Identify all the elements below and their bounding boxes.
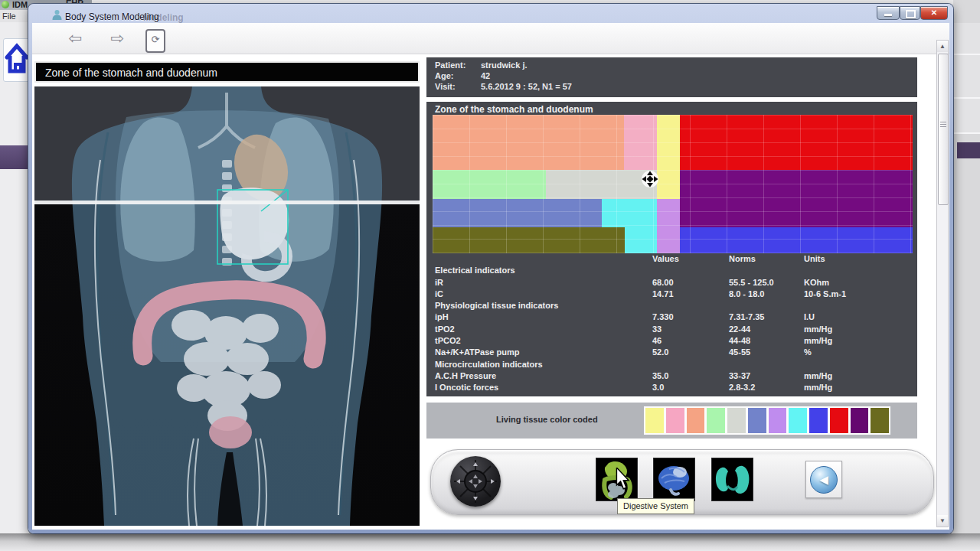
digestive-system-button[interactable] <box>596 458 638 501</box>
back-button[interactable]: ◀ <box>805 461 842 498</box>
indicator-row: ipH7.3307.31-7.35I.U <box>426 311 917 323</box>
zone-map-cell[interactable] <box>624 115 657 170</box>
slice-plane-line <box>34 201 420 204</box>
scrollbar-grip <box>940 122 946 127</box>
zone-map-cell[interactable] <box>433 199 602 227</box>
zone-map-cell[interactable] <box>657 170 680 199</box>
patient-age: 42 <box>481 71 490 80</box>
zone-map-cell[interactable] <box>680 227 913 253</box>
desktop-bottom-strip <box>0 533 980 551</box>
legend-swatch[interactable] <box>871 408 889 433</box>
zone-map-cell[interactable] <box>680 170 913 227</box>
legend-swatch[interactable] <box>687 408 705 433</box>
zone-color-map[interactable] <box>433 115 913 253</box>
legend-swatch[interactable] <box>851 408 869 433</box>
maximize-icon <box>906 10 916 18</box>
zone-map-cell[interactable] <box>625 227 657 253</box>
zone-map-cell[interactable] <box>657 115 680 170</box>
indicator-row: iC14.718.0 - 18.010-6 S.m-1 <box>426 289 917 300</box>
bladder <box>209 416 252 448</box>
minimize-icon <box>884 14 892 16</box>
kidneys-button[interactable] <box>711 458 753 501</box>
close-button[interactable]: ✕ <box>920 6 948 20</box>
zone-title: Zone of the stomach and duodenum <box>435 104 593 115</box>
scrollbar-down-arrow[interactable]: ▼ <box>937 515 948 527</box>
zone-map-cell[interactable] <box>546 170 657 199</box>
legend-swatch[interactable] <box>809 408 828 433</box>
background-row <box>953 99 980 134</box>
legend-label: Living tissue color coded <box>496 415 598 424</box>
legend-bar: Living tissue color coded <box>426 403 917 439</box>
zone-map-cell[interactable] <box>680 115 913 170</box>
zone-map-cell[interactable] <box>657 227 680 253</box>
patient-name: strudwick j. <box>481 60 528 70</box>
forward-nav-button[interactable]: ⇨ <box>106 29 129 49</box>
maximize-button[interactable] <box>900 6 920 20</box>
brain-icon <box>654 458 694 500</box>
body-model <box>34 86 420 526</box>
home-icon <box>4 39 30 80</box>
indicator-section-row: Physiological tissue indicators <box>426 300 917 311</box>
indicator-row: Na+/K+ATPase pump52.045-55% <box>426 347 917 358</box>
digestive-system-icon <box>596 458 637 500</box>
zone-map-cell[interactable] <box>433 170 546 199</box>
visit-value: 5.6.2012 9 : 52, N1 = 57 <box>481 82 572 91</box>
refresh-button[interactable]: ⟳ <box>145 29 165 53</box>
background-row <box>953 55 980 99</box>
brain-button[interactable] <box>653 458 695 501</box>
file-menu[interactable]: File <box>2 11 16 21</box>
legend-swatch[interactable] <box>830 408 848 433</box>
background-row <box>953 23 980 55</box>
legend-swatch[interactable] <box>666 408 684 433</box>
vertical-scrollbar[interactable]: ▲ ▼ <box>936 40 949 527</box>
legend-swatch[interactable] <box>748 408 766 433</box>
background-window-left <box>0 0 31 551</box>
indicator-section-row: Microcirculation indicators <box>426 359 917 370</box>
back-icon: ◀ <box>810 466 838 494</box>
left-panel-title-bar: Zone of the stomach and duodenum <box>34 61 420 83</box>
scrollbar-thumb[interactable] <box>938 54 949 205</box>
left-panel-title: Zone of the stomach and duodenum <box>45 67 217 79</box>
indicator-row: tPCO24644-48mm/Hg <box>426 335 917 347</box>
background-app-title: IDM <box>12 0 28 9</box>
rotation-joystick[interactable] <box>450 456 501 507</box>
zone-map-cell[interactable] <box>657 199 680 227</box>
back-nav-button[interactable]: ⇦ <box>64 29 87 49</box>
joystick-icon <box>450 456 501 507</box>
indicator-row: A.C.H Pressure35.033-37mm/Hg <box>426 370 917 382</box>
indicator-row: I Oncotic forces3.02.8-3.2mm/Hg <box>426 382 917 393</box>
legend-swatch[interactable] <box>789 408 807 433</box>
scrollbar-up-arrow[interactable]: ▲ <box>937 41 948 52</box>
window-toolbar <box>32 23 949 54</box>
zone-map-cell[interactable] <box>602 199 657 227</box>
body-3d-view[interactable] <box>34 86 420 526</box>
background-purple-band <box>0 145 28 169</box>
age-label: Age: <box>435 71 453 80</box>
indicators-header-row: ValuesNormsUnits <box>426 253 917 265</box>
screen: IDM EHR File Body System Modeling Modeli… <box>0 0 980 551</box>
legend-swatches <box>644 406 890 435</box>
column-header: Units <box>804 253 917 265</box>
patient-label: Patient: <box>435 60 466 70</box>
indicators-table: ValuesNormsUnitsElectrical indicatorsiR6… <box>426 253 917 394</box>
legend-swatch[interactable] <box>707 408 725 433</box>
column-header: Norms <box>729 253 804 265</box>
legend-swatch[interactable] <box>769 408 787 433</box>
window-ghost-text: Modeling <box>143 12 184 23</box>
indicator-row: iR68.0055.5 - 125.0KOhm <box>426 277 917 289</box>
background-purple-block <box>957 142 980 158</box>
zone-map-cell[interactable] <box>433 227 625 253</box>
minimize-button[interactable] <box>877 6 900 20</box>
indicator-section-row: Electrical indicators <box>426 265 917 276</box>
window-app-icon <box>51 9 63 21</box>
patient-info-panel: Patient: strudwick j. Age: 42 Visit: 5.6… <box>426 57 917 97</box>
zone-panel: Zone of the stomach and duodenum ValuesN… <box>426 102 917 396</box>
zone-map-cell[interactable] <box>433 115 624 170</box>
legend-swatch[interactable] <box>727 408 746 433</box>
legend-swatch[interactable] <box>645 408 664 433</box>
column-header: Values <box>652 253 729 265</box>
kidneys-icon <box>712 458 753 500</box>
indicator-row: tPO23322-44mm/Hg <box>426 324 917 335</box>
tooltip: Digestive System <box>617 498 694 514</box>
background-app-icon <box>2 1 9 8</box>
